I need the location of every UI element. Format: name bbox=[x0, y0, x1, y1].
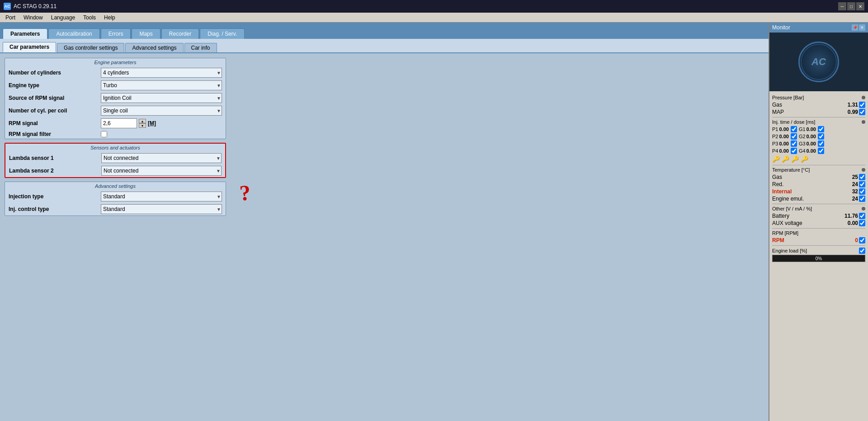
temp-red-checkbox[interactable] bbox=[859, 181, 865, 187]
inj-control-row: Inj. control type Standard Advanced ▼ bbox=[5, 203, 226, 215]
inj-p1-checkbox[interactable] bbox=[791, 126, 797, 132]
inj-control-select-wrapper[interactable]: Standard Advanced ▼ bbox=[101, 204, 222, 214]
monitor-pin-button[interactable]: 📌 bbox=[852, 24, 858, 31]
cylinders-select[interactable]: 4 cylinders 1 cylinder 2 cylinders 3 cyl… bbox=[101, 68, 222, 78]
battery-checkbox[interactable] bbox=[859, 213, 865, 219]
inj-g3-checkbox[interactable] bbox=[818, 140, 824, 147]
rpm-value-label: RPM bbox=[772, 237, 840, 243]
inj-p1-label: P1 bbox=[772, 126, 778, 132]
pressure-map-checkbox[interactable] bbox=[859, 109, 865, 115]
rpm-spinner-up[interactable]: ▲ bbox=[139, 119, 146, 123]
inj-p2-checkbox[interactable] bbox=[791, 133, 797, 140]
engine-type-select-wrapper[interactable]: Turbo Natural ▼ bbox=[101, 80, 222, 90]
cyl-per-coil-select[interactable]: Single coil Double coil Triple coil bbox=[101, 106, 222, 116]
rpm-value-checkbox[interactable] bbox=[859, 237, 865, 243]
inj-p4-checkbox[interactable] bbox=[791, 148, 797, 154]
cyl-per-coil-row: Number of cyl. per coil Single coil Doub… bbox=[5, 104, 226, 117]
monitor-header-buttons[interactable]: 📌 ✕ bbox=[852, 24, 865, 31]
temp-internal-label: Internal bbox=[772, 188, 840, 195]
cylinders-select-wrapper[interactable]: 4 cylinders 1 cylinder 2 cylinders 3 cyl… bbox=[101, 68, 222, 78]
content-area: Parameters Autocalibration Errors Maps R… bbox=[0, 23, 769, 421]
tab-advanced-settings[interactable]: Advanced settings bbox=[125, 43, 183, 52]
advanced-settings-panel: Advanced settings Injection type Standar… bbox=[5, 182, 226, 216]
inj-p3-checkbox[interactable] bbox=[791, 140, 797, 147]
inj-time-section: Inj. time / dose [ms] bbox=[772, 119, 865, 125]
inj-control-select[interactable]: Standard Advanced bbox=[101, 204, 222, 214]
rpm-source-select-wrapper[interactable]: Ignition Coil Injectors Alternator ▼ bbox=[101, 93, 222, 103]
inj-p1: P1 0.00 bbox=[772, 126, 797, 132]
pressure-dot bbox=[862, 96, 865, 99]
pressure-gas-checkbox[interactable] bbox=[859, 102, 865, 108]
lambda2-row: Lambda sensor 2 Not connected NTK LSU 4.… bbox=[5, 164, 225, 177]
tab-car-parameters[interactable]: Car parameters bbox=[3, 42, 56, 52]
menu-help[interactable]: Help bbox=[100, 14, 119, 22]
engine-type-label: Engine type bbox=[9, 82, 99, 89]
tab-autocalibration[interactable]: Autocalibration bbox=[48, 28, 99, 39]
tab-errors[interactable]: Errors bbox=[101, 28, 131, 39]
key-icons-row: 🔑 🔑 🔑 🔑 bbox=[772, 154, 865, 164]
inj-g1: G1 0.00 bbox=[799, 126, 824, 132]
divider-1 bbox=[772, 117, 865, 117]
inj-g4-value: 0.00 bbox=[807, 148, 816, 154]
inj-g4-checkbox[interactable] bbox=[818, 148, 824, 154]
inj-g4-label: G4 bbox=[799, 148, 806, 154]
rpm-source-row: Source of RPM signal Ignition Coil Injec… bbox=[5, 92, 226, 104]
tab-gas-controller-settings[interactable]: Gas controller settings bbox=[57, 43, 124, 52]
inj-control-label: Inj. control type bbox=[9, 206, 99, 212]
inj-p4: P4 0.00 bbox=[772, 148, 797, 154]
lambda2-select-wrapper[interactable]: Not connected NTK LSU 4.9 LSU 4.2 NTK LS… bbox=[101, 166, 222, 176]
inj-g3: G3 0.00 bbox=[799, 140, 824, 147]
temp-gas-checkbox[interactable] bbox=[859, 174, 865, 180]
tab-maps[interactable]: Maps bbox=[132, 28, 160, 39]
inj-g1-checkbox[interactable] bbox=[818, 126, 824, 132]
rpm-source-select[interactable]: Ignition Coil Injectors Alternator bbox=[101, 93, 222, 103]
divider-5 bbox=[772, 245, 865, 246]
temp-red-value: 24 bbox=[840, 181, 858, 187]
battery-row: Battery 11.76 bbox=[772, 212, 865, 220]
injection-type-select-wrapper[interactable]: Standard Sequential Group ▼ bbox=[101, 192, 222, 201]
close-button[interactable]: ✕ bbox=[856, 2, 864, 10]
rpm-signal-input[interactable] bbox=[101, 118, 137, 128]
minimize-button[interactable]: ─ bbox=[838, 2, 846, 10]
lambda2-label: Lambda sensor 2 bbox=[9, 168, 99, 174]
lambda2-select[interactable]: Not connected NTK LSU 4.9 LSU 4.2 NTK LS… bbox=[101, 166, 222, 176]
tab-parameters[interactable]: Parameters bbox=[3, 28, 47, 39]
rpm-filter-checkbox[interactable] bbox=[101, 131, 107, 137]
cyl-per-coil-select-wrapper[interactable]: Single coil Double coil Triple coil ▼ bbox=[101, 106, 222, 116]
rpm-spinner-down[interactable]: ▼ bbox=[139, 123, 146, 128]
injection-type-row: Injection type Standard Sequential Group… bbox=[5, 190, 226, 203]
injection-type-select[interactable]: Standard Sequential Group bbox=[101, 192, 222, 201]
engine-params-panel: Engine parameters Number of cylinders 4 … bbox=[5, 58, 226, 139]
rpm-filter-row: RPM signal filter bbox=[5, 130, 226, 139]
engine-type-select[interactable]: Turbo Natural bbox=[101, 80, 222, 90]
inj-g2-label: G2 bbox=[799, 134, 806, 139]
title-bar-controls[interactable]: ─ □ ✕ bbox=[838, 2, 864, 10]
lambda1-select[interactable]: Not connected NTK LSU 4.9 LSU 4.2 NTK LS… bbox=[101, 153, 222, 163]
tab-recorder[interactable]: Recorder bbox=[161, 28, 199, 39]
inj-g1-label: G1 bbox=[799, 126, 806, 132]
rpm-spinner-buttons[interactable]: ▲ ▼ bbox=[139, 119, 146, 128]
pressure-gas-label: Gas bbox=[772, 102, 840, 108]
title-bar-left: AC AC STAG 0.29.11 bbox=[4, 3, 57, 10]
engine-load-checkbox[interactable] bbox=[859, 248, 865, 254]
maximize-button[interactable]: □ bbox=[847, 2, 855, 10]
monitor-data: Pressure [Bar] Gas 1.31 MAP 0.99 Inj. ti… bbox=[769, 91, 868, 421]
inj-g2-checkbox[interactable] bbox=[818, 133, 824, 140]
menu-window[interactable]: Window bbox=[20, 14, 47, 22]
aux-voltage-checkbox[interactable] bbox=[859, 220, 865, 226]
tab-car-info[interactable]: Car info bbox=[184, 43, 217, 52]
temp-engine-emul-checkbox[interactable] bbox=[859, 196, 865, 202]
advanced-settings-title: Advanced settings bbox=[5, 182, 226, 190]
tab-diag-serv[interactable]: Diag. / Serv. bbox=[200, 28, 245, 39]
temp-internal-checkbox[interactable] bbox=[859, 188, 865, 195]
other-section: Other [V / mA / %] bbox=[772, 206, 865, 211]
monitor-close-button[interactable]: ✕ bbox=[859, 24, 865, 31]
rpm-m-label[interactable]: [M] bbox=[148, 120, 156, 126]
rpm-value: 0 bbox=[840, 237, 858, 243]
lambda1-select-wrapper[interactable]: Not connected NTK LSU 4.9 LSU 4.2 NTK LS… bbox=[101, 153, 222, 163]
menu-port[interactable]: Port bbox=[2, 14, 19, 22]
temp-red-label: Red. bbox=[772, 181, 840, 187]
menu-tools[interactable]: Tools bbox=[80, 14, 99, 22]
temp-gas-value: 25 bbox=[840, 174, 858, 180]
menu-language[interactable]: Language bbox=[47, 14, 79, 22]
